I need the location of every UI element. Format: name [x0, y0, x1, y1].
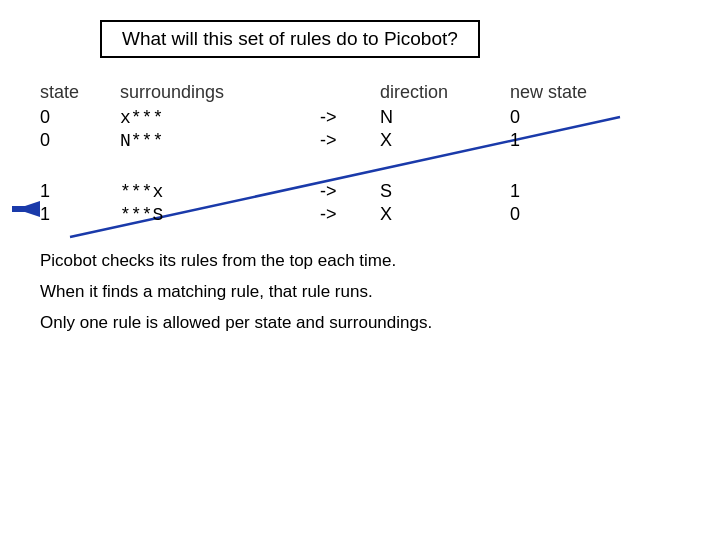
row2-state: 1: [40, 181, 50, 201]
svg-rect-2: [12, 206, 32, 212]
table-row: 0 N*** -> X 1: [40, 130, 680, 151]
table-header-row: state surroundings direction new state: [40, 82, 680, 103]
row0-direction: N: [380, 107, 393, 127]
footer-text: Picobot checks its rules from the top ea…: [40, 247, 680, 338]
title-box: What will this set of rules do to Picobo…: [100, 20, 480, 58]
header-state: state: [40, 82, 79, 102]
title-text: What will this set of rules do to Picobo…: [122, 28, 458, 49]
page-container: What will this set of rules do to Picobo…: [0, 0, 720, 540]
row0-state: 0: [40, 107, 50, 127]
header-surroundings: surroundings: [120, 82, 224, 102]
header-direction: direction: [380, 82, 448, 102]
footer-line2: When it finds a matching rule, that rule…: [40, 278, 680, 307]
row3-newstate: 0: [510, 204, 520, 224]
row3-state: 1: [40, 204, 50, 224]
row3-arrow: ->: [320, 204, 337, 224]
row2-newstate: 1: [510, 181, 520, 201]
row1-arrow: ->: [320, 130, 337, 150]
row2-arrow: ->: [320, 181, 337, 201]
row3-surroundings: ***S: [120, 205, 163, 225]
bottom-row-group: 1 ***x -> S 1 1 *: [40, 181, 680, 225]
footer-line3: Only one rule is allowed per state and s…: [40, 309, 680, 338]
table-section: state surroundings direction new state 0…: [40, 82, 680, 225]
row0-newstate: 0: [510, 107, 520, 127]
header-new-state: new state: [510, 82, 587, 102]
row0-surroundings: x***: [120, 108, 163, 128]
row3-direction: X: [380, 204, 392, 224]
row1-newstate: 1: [510, 130, 520, 150]
table-row: 1 ***S -> X 0: [40, 204, 680, 225]
row1-direction: X: [380, 130, 392, 150]
footer-line1: Picobot checks its rules from the top ea…: [40, 247, 680, 276]
left-arrow-icon: [12, 195, 40, 223]
left-arrow-indicator: [12, 195, 40, 228]
row0-arrow: ->: [320, 107, 337, 127]
row1-state: 0: [40, 130, 50, 150]
row2-surroundings: ***x: [120, 182, 163, 202]
table-row: 1 ***x -> S 1: [40, 181, 680, 202]
row2-direction: S: [380, 181, 392, 201]
row1-surroundings: N***: [120, 131, 163, 151]
table-row: 0 x*** -> N 0: [40, 107, 680, 128]
